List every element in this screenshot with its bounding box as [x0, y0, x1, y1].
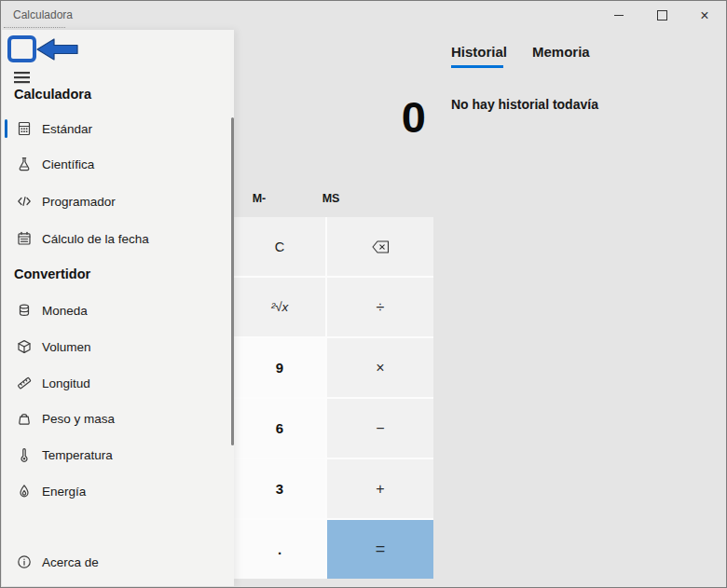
focus-dashes — [4, 27, 65, 28]
backspace-button[interactable] — [327, 217, 433, 276]
calculator-window: Calculadora × Calculadora — [0, 0, 727, 588]
digit-9-button[interactable]: 9 — [234, 338, 325, 397]
window-controls: × — [597, 1, 726, 30]
maximize-icon — [657, 10, 667, 21]
sidebar-item-calculo-fecha[interactable]: Cálculo de la fecha — [2, 221, 234, 256]
minus-button[interactable]: − — [327, 399, 433, 458]
navigation-panel: Calculadora Estándar — [2, 30, 234, 586]
active-tab-underline — [451, 65, 503, 68]
nav-section-calculadora: Calculadora — [14, 87, 91, 102]
backspace-icon — [372, 240, 390, 253]
weight-icon — [16, 411, 32, 427]
sidebar-item-temperatura[interactable]: Temperatura — [2, 437, 234, 472]
sidebar-item-label: Científica — [42, 157, 94, 171]
sidebar-item-moneda[interactable]: Moneda — [2, 293, 234, 328]
decimal-button[interactable]: . — [234, 520, 325, 579]
flame-icon — [16, 484, 32, 499]
sidebar-item-label: Energía — [42, 485, 86, 499]
digit-6-button[interactable]: 6 — [234, 399, 325, 458]
divide-button[interactable]: ÷ — [327, 278, 433, 336]
info-icon — [16, 554, 32, 570]
minimize-icon — [614, 15, 624, 16]
nav-section-convertidor: Convertidor — [14, 267, 90, 281]
digit-3-button[interactable]: 3 — [234, 459, 325, 518]
sidebar-item-label: Programador — [42, 195, 116, 209]
plus-button[interactable]: + — [327, 459, 433, 518]
sidebar-item-label: Peso y masa — [42, 412, 115, 426]
close-icon: × — [700, 8, 708, 23]
sidebar-item-volumen[interactable]: Volumen — [2, 329, 234, 364]
calculator-display-value: 0 — [234, 95, 426, 139]
sidebar-item-peso-masa[interactable]: Peso y masa — [2, 401, 234, 436]
titlebar: Calculadora × — [1, 1, 726, 30]
memory-store-button[interactable]: MS — [308, 184, 354, 213]
sidebar-item-label: Temperatura — [42, 448, 113, 462]
sidebar-item-label: Acerca de — [42, 555, 99, 569]
sidebar-item-label: Longitud — [42, 376, 90, 390]
sidebar-item-longitud[interactable]: Longitud — [2, 365, 234, 401]
minimize-button[interactable] — [597, 1, 640, 30]
square-root-button[interactable]: ²√x — [234, 278, 325, 336]
clear-button[interactable]: C — [234, 217, 325, 276]
tab-memoria[interactable]: Memoria — [532, 44, 590, 60]
equals-button[interactable]: = — [327, 520, 433, 579]
close-button[interactable]: × — [683, 1, 726, 30]
coins-icon — [16, 303, 32, 319]
sidebar-item-label: Estándar — [42, 122, 92, 136]
keypad: C ²√x ÷ 9 × 6 − 3 + . = — [234, 217, 433, 579]
sidebar-item-cientifica[interactable]: Científica — [2, 146, 234, 182]
sidebar-item-acerca-de[interactable]: Acerca de — [2, 544, 234, 580]
tab-historial[interactable]: Historial — [451, 44, 507, 60]
calculator-icon — [16, 121, 32, 137]
ruler-icon — [16, 376, 32, 391]
sidebar-item-programador[interactable]: Programador — [2, 184, 234, 219]
sidebar-item-energia[interactable]: Energía — [2, 473, 234, 509]
hamburger-icon — [14, 71, 31, 84]
window-title: Calculadora — [13, 1, 73, 30]
sidebar-item-label: Volumen — [42, 340, 91, 354]
sidebar-item-estandar[interactable]: Estándar — [2, 111, 234, 146]
nav-scrollbar-thumb[interactable] — [231, 117, 234, 445]
sidebar-item-label: Moneda — [42, 304, 88, 318]
code-icon — [16, 194, 32, 210]
sidebar-item-label: Cálculo de la fecha — [42, 232, 149, 246]
flask-icon — [16, 157, 32, 172]
thermometer-icon — [16, 447, 32, 463]
calendar-icon — [16, 231, 32, 247]
cube-icon — [16, 339, 32, 355]
history-empty-message: No hay historial todavía — [451, 97, 598, 112]
maximize-button[interactable] — [640, 1, 683, 30]
memory-minus-button[interactable]: M- — [236, 184, 282, 213]
multiply-button[interactable]: × — [327, 338, 433, 397]
